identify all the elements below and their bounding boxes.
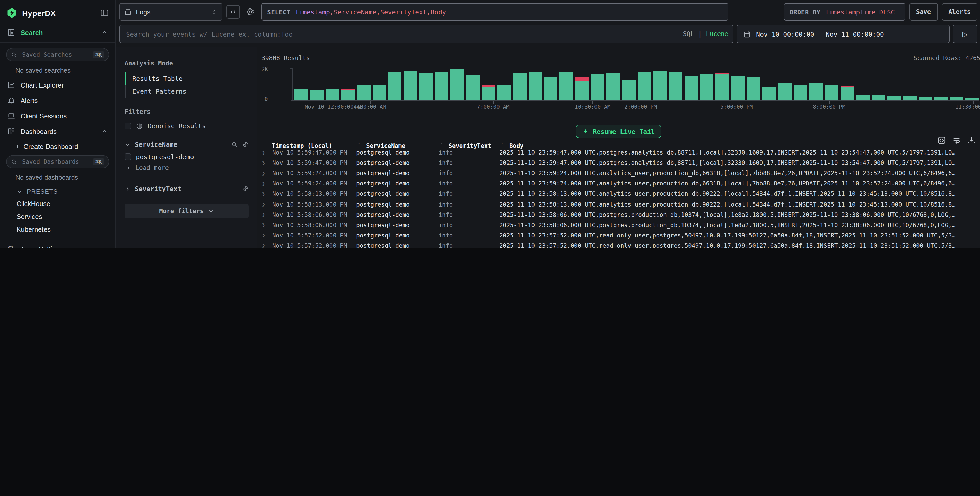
service-filter-value-row[interactable]: postgresql-demo (124, 152, 248, 162)
pin-icon[interactable] (242, 141, 248, 148)
histogram-bar[interactable] (700, 74, 714, 100)
order-by-input[interactable]: ORDER BY TimestampTime DESC (784, 3, 905, 21)
source-select[interactable]: Logs (119, 3, 222, 21)
sidebar-item-team-settings[interactable]: ⚙ Team Settings (0, 241, 115, 248)
load-more-button[interactable]: Load more (124, 162, 248, 172)
histogram-bar[interactable] (716, 73, 729, 100)
histogram-bar[interactable] (747, 77, 760, 100)
table-row[interactable]: ❯Nov 10 5:59:47.000 PMpostgresql-demoinf… (257, 158, 980, 168)
table-row[interactable]: ❯Nov 10 5:58:06.000 PMpostgresql-demoinf… (257, 209, 980, 220)
checkbox[interactable] (124, 153, 131, 160)
table-row[interactable]: ❯Nov 10 5:58:13.000 PMpostgresql-demoinf… (257, 189, 980, 199)
pin-icon[interactable] (242, 185, 248, 192)
histogram-bar[interactable] (684, 76, 698, 100)
histogram-bar[interactable] (825, 86, 838, 100)
chevron-up-icon[interactable] (101, 29, 108, 36)
expand-row-chevron-icon[interactable]: ❯ (257, 150, 270, 155)
date-range-picker[interactable]: Nov 10 00:00:00 - Nov 11 00:00:00 (737, 25, 950, 43)
denoise-results-checkbox-row[interactable]: Denoise Results (124, 121, 248, 131)
histogram-bar[interactable] (497, 86, 511, 100)
save-button[interactable]: Save (909, 3, 937, 21)
histogram-bar[interactable] (528, 72, 542, 100)
preset-item-services[interactable]: Services (0, 210, 115, 223)
histogram-bar[interactable] (388, 71, 402, 100)
histogram-bar[interactable] (310, 89, 324, 100)
sidebar-item-dashboards[interactable]: Dashboards (0, 124, 115, 139)
histogram-bar[interactable] (887, 96, 901, 100)
severitytext-filter-group[interactable]: SeverityText (124, 185, 248, 193)
expand-row-chevron-icon[interactable]: ❯ (257, 181, 270, 187)
event-search-input[interactable] (119, 25, 733, 43)
expand-row-chevron-icon[interactable]: ❯ (257, 233, 270, 238)
sidebar-item-client-sessions[interactable]: Client Sessions (0, 108, 115, 124)
create-dashboard-button[interactable]: + Create Dashboard (0, 139, 115, 154)
histogram-bar[interactable] (622, 80, 636, 100)
sidebar-item-chart-explorer[interactable]: Chart Explorer (0, 77, 115, 93)
histogram-bar[interactable] (778, 83, 792, 100)
histogram-bar[interactable] (482, 86, 495, 100)
histogram-bar[interactable] (872, 96, 885, 100)
resume-live-tail-button[interactable]: Resume Live Tail (576, 124, 662, 138)
search-icon[interactable] (231, 141, 238, 148)
servicename-filter-group[interactable]: ServiceName (124, 140, 248, 148)
histogram-bar[interactable] (575, 77, 589, 100)
histogram-bar[interactable] (560, 72, 573, 100)
saved-searches-input[interactable] (21, 51, 89, 59)
histogram-bar[interactable] (357, 86, 371, 100)
checkbox[interactable] (124, 123, 131, 129)
query-settings-gear-icon[interactable] (244, 5, 257, 19)
histogram-bar[interactable] (404, 71, 417, 100)
histogram-bar[interactable] (965, 98, 979, 100)
histogram-bar[interactable] (669, 72, 682, 100)
chevron-up-icon[interactable] (101, 128, 108, 135)
table-row[interactable]: ❯Nov 10 5:58:06.000 PMpostgresql-demoinf… (257, 220, 980, 230)
histogram-bar[interactable] (419, 73, 433, 100)
histogram-bar[interactable] (341, 89, 355, 100)
table-row[interactable]: ❯Nov 10 5:59:47.000 PMpostgresql-demoinf… (257, 147, 980, 158)
mode-event-patterns[interactable]: Event Patterns (124, 85, 248, 98)
saved-dashboards-box[interactable]: ⌘K (6, 155, 109, 168)
histogram-bar[interactable] (513, 73, 527, 100)
presets-toggle[interactable]: PRESETS (0, 184, 115, 197)
histogram-bar[interactable] (638, 71, 651, 100)
run-query-button[interactable]: ▷ (953, 25, 977, 43)
lucene-toggle[interactable]: Lucene (706, 30, 728, 38)
saved-searches-box[interactable]: ⌘K (6, 48, 109, 61)
histogram-bar[interactable] (903, 96, 916, 100)
sidebar-item-search[interactable]: Search (0, 25, 115, 40)
sidebar-collapse-icon[interactable] (100, 8, 109, 18)
code-mode-button[interactable] (226, 5, 240, 19)
histogram-bar[interactable] (950, 97, 963, 100)
saved-dashboards-input[interactable] (21, 158, 89, 166)
histogram-bar[interactable] (934, 97, 948, 100)
sql-toggle[interactable]: SQL (683, 30, 694, 38)
histogram-bar[interactable] (794, 85, 807, 100)
sidebar-item-alerts[interactable]: Alerts (0, 93, 115, 108)
table-row[interactable]: ❯Nov 10 5:57:52.000 PMpostgresql-demoinf… (257, 230, 980, 241)
table-row[interactable]: ❯Nov 10 5:57:52.000 PMpostgresql-demoinf… (257, 241, 980, 248)
preset-item-kubernetes[interactable]: Kubernetes (0, 223, 115, 236)
more-filters-button[interactable]: More filters (124, 204, 248, 218)
expand-row-chevron-icon[interactable]: ❯ (257, 212, 270, 217)
histogram-bar[interactable] (918, 97, 932, 100)
histogram-bar[interactable] (606, 73, 620, 100)
table-row[interactable]: ❯Nov 10 5:58:13.000 PMpostgresql-demoinf… (257, 199, 980, 209)
histogram-bar[interactable] (326, 89, 339, 100)
histogram-bar[interactable] (294, 89, 308, 100)
expand-row-chevron-icon[interactable]: ❯ (257, 160, 270, 166)
expand-row-chevron-icon[interactable]: ❯ (257, 191, 270, 197)
expand-row-chevron-icon[interactable]: ❯ (257, 222, 270, 228)
histogram-bar[interactable] (591, 73, 605, 100)
histogram-bar[interactable] (466, 75, 480, 100)
mode-results-table[interactable]: Results Table (124, 72, 248, 85)
expand-row-chevron-icon[interactable]: ❯ (257, 243, 270, 248)
histogram-bar[interactable] (435, 72, 449, 100)
alerts-button[interactable]: Alerts (942, 3, 977, 21)
table-row[interactable]: ❯Nov 10 5:59:24.000 PMpostgresql-demoinf… (257, 168, 980, 178)
select-clause-input[interactable]: SELECT Timestamp,ServiceName,SeverityTex… (261, 3, 728, 21)
histogram-bar[interactable] (653, 71, 667, 100)
histogram-bar[interactable] (544, 77, 558, 100)
table-row[interactable]: ❯Nov 10 5:59:24.000 PMpostgresql-demoinf… (257, 179, 980, 189)
histogram-bar[interactable] (450, 69, 464, 100)
preset-item-clickhouse[interactable]: ClickHouse (0, 197, 115, 210)
